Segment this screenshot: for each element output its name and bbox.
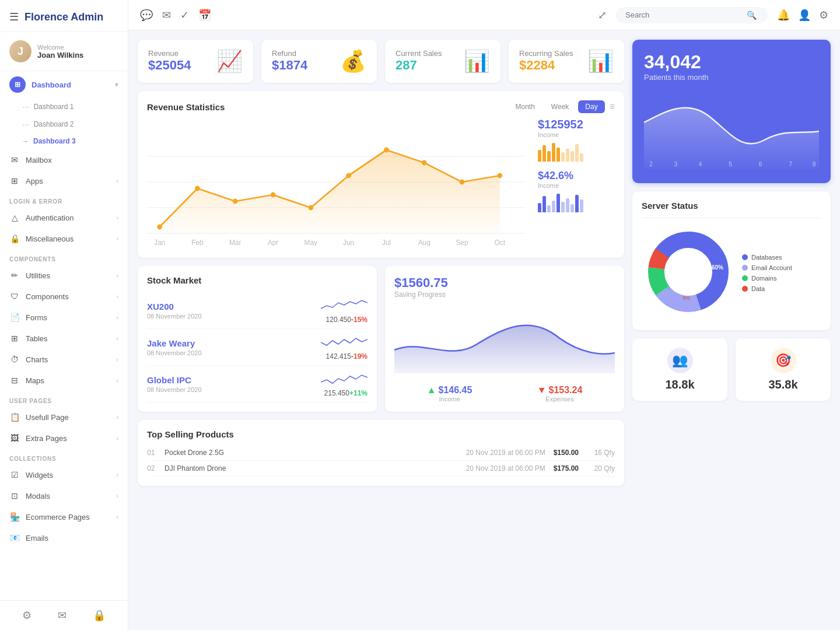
recurring-icon: 📊 <box>587 49 614 74</box>
settings-footer-icon[interactable]: ⚙ <box>22 609 32 622</box>
svg-text:8: 8 <box>813 160 816 167</box>
stock-item-1: Jake Weary 08 November 2020 142.415-19% <box>147 329 368 366</box>
sidebar-item-dashboard2[interactable]: ··· Dashboard 2 <box>0 116 128 133</box>
svg-text:5: 5 <box>729 160 732 167</box>
sidebar-item-dashboard3[interactable]: → Dashboard 3 <box>0 133 128 149</box>
stock-price-2: 215.450+11% <box>324 389 368 397</box>
svg-text:7: 7 <box>789 160 792 167</box>
revenue-menu-icon[interactable]: ≡ <box>610 102 615 112</box>
svg-point-12 <box>460 180 465 185</box>
sidebar-item-forms[interactable]: 📄 Forms › <box>0 307 128 328</box>
svg-text:60%: 60% <box>712 264 723 271</box>
sidebar-item-tables[interactable]: ⊞ Tables › <box>0 328 128 349</box>
legend-dot-domains <box>742 275 748 281</box>
tab-day[interactable]: Day <box>578 100 604 113</box>
svg-text:8%: 8% <box>682 295 690 301</box>
sidebar-item-dashboard1[interactable]: ··· Dashboard 1 <box>0 98 128 116</box>
card-recurring-value: $2284 <box>519 58 573 73</box>
card-sales-label: Current Sales <box>396 49 442 58</box>
svg-text:Apr: Apr <box>268 239 278 246</box>
stock-date-1: 08 November 2020 <box>147 349 202 356</box>
sidebar-item-dashboard[interactable]: ⊞ Dashboard ▾ <box>0 71 128 98</box>
sidebar-item-mailbox[interactable]: ✉ Mailbox <box>0 149 128 170</box>
search-icon: 🔍 <box>747 10 757 20</box>
sidebar-item-ecommerce[interactable]: 🏪 Ecommerce Pages › <box>0 506 128 527</box>
server-title: Server Status <box>642 201 821 211</box>
calendar-icon[interactable]: 📅 <box>198 9 211 22</box>
forms-icon: 📄 <box>9 312 20 323</box>
mini-stat-1: 🎯 35.8k <box>736 338 831 401</box>
svg-point-35 <box>666 250 710 294</box>
legend-dot-databases <box>742 254 748 260</box>
content-right: 34,042 Patients this month 2 3 4 <box>632 40 831 621</box>
gear-icon[interactable]: ⚙ <box>819 9 828 22</box>
cards-row: Revenue $25054 📈 Refund $1874 💰 <box>138 40 624 83</box>
hamburger-icon[interactable]: ☰ <box>9 10 19 23</box>
charts-icon: ⏱ <box>9 354 20 365</box>
search-input[interactable] <box>625 10 742 19</box>
sidebar-item-emails[interactable]: 📧 Emails <box>0 527 128 548</box>
stock-date-0: 08 November 2020 <box>147 313 202 320</box>
notifications-icon[interactable]: 🔔 <box>777 9 790 22</box>
sidebar-item-charts[interactable]: ⏱ Charts › <box>0 349 128 370</box>
top-selling-card: Top Selling Products 01 Pocket Drone 2.5… <box>138 420 624 486</box>
welcome-label: Welcome <box>37 44 83 51</box>
emails-icon: 📧 <box>9 533 20 543</box>
tab-month[interactable]: Month <box>508 100 541 113</box>
stock-name-1: Jake Weary <box>147 338 202 348</box>
dashboard-arrow: ▾ <box>115 81 118 89</box>
user-icon[interactable]: 👤 <box>798 9 811 22</box>
card-recurring-label: Recurring Sales <box>519 49 573 58</box>
sidebar-item-maps[interactable]: ⊟ Maps › <box>0 370 128 391</box>
tables-icon: ⊞ <box>9 333 20 344</box>
revenue-header: Revenue Statistics Month Week Day ≡ <box>147 100 615 113</box>
two-stat-row: 👥 18.8k 🎯 35.8k <box>632 338 831 401</box>
row-num-0: 01 <box>147 449 159 457</box>
row-date-1: 20 Nov 2019 at 06:00 PM <box>466 464 548 473</box>
saving-expense-stat: ▼ $153.24 Expenses <box>537 385 583 402</box>
row-num-1: 02 <box>147 464 159 473</box>
stock-title: Stock Market <box>147 275 368 285</box>
sidebar-item-miscellaneous[interactable]: 🔒 Miscellaneous › <box>0 228 128 249</box>
server-content: 60% 20% 12% 8% Databases E <box>642 225 821 321</box>
saving-chart <box>394 303 615 376</box>
sidebar-item-authentication[interactable]: △ Authentication › <box>0 207 128 228</box>
stock-sparkline-2 <box>321 370 368 388</box>
dashboard-label: Dashboard <box>32 80 71 89</box>
sidebar-item-usefull[interactable]: 📋 Usefull Page › <box>0 407 128 428</box>
sidebar: ☰ Florence Admin J Welcome Joan Wilkins … <box>0 0 128 630</box>
svg-point-13 <box>497 173 502 178</box>
check-icon[interactable]: ✓ <box>180 9 189 22</box>
sidebar-item-extra[interactable]: 🖼 Extra Pages › <box>0 428 128 449</box>
tab-week[interactable]: Week <box>544 100 576 113</box>
user-info: Welcome Joan Wilkins <box>37 44 83 60</box>
sidebar-item-modals[interactable]: ⊡ Modals › <box>0 485 128 506</box>
mail-footer-icon[interactable]: ✉ <box>58 609 66 622</box>
income-stat-1: $125952 Income <box>538 118 615 162</box>
sidebar-item-utilities[interactable]: ✏ Utilities › <box>0 265 128 286</box>
sidebar-item-widgets[interactable]: ☑ Widgets › <box>0 464 128 485</box>
svg-point-10 <box>384 148 389 153</box>
lock-footer-icon[interactable]: 🔒 <box>93 609 106 622</box>
mail-icon[interactable]: ✉ <box>162 9 171 22</box>
sidebar-nav: ⊞ Dashboard ▾ ··· Dashboard 1 ··· Dashbo… <box>0 71 128 600</box>
ecommerce-icon: 🏪 <box>9 512 20 522</box>
stock-sparkline-1 <box>321 334 368 351</box>
svg-point-9 <box>346 173 351 178</box>
saving-card: $1560.75 Saving Progress <box>385 266 624 412</box>
sidebar-item-apps[interactable]: ⊞ Apps › <box>0 170 128 191</box>
legend-databases: Databases <box>742 254 792 261</box>
section-collections: COLLECTIONS <box>0 449 128 464</box>
mini-stat-val-0: 18.8k <box>665 378 694 391</box>
card-revenue-label: Revenue <box>148 49 191 58</box>
income-stat-2: $42.6% Income <box>538 170 615 212</box>
card-refund-value: $1874 <box>272 58 307 73</box>
chat-icon[interactable]: 💬 <box>140 9 153 22</box>
svg-text:2: 2 <box>649 160 653 167</box>
svg-point-6 <box>233 199 238 204</box>
legend-data: Data <box>742 285 792 292</box>
row-qty-0: 16 Qty <box>594 449 615 457</box>
expand-icon[interactable]: ⤢ <box>598 9 607 22</box>
svg-text:Aug: Aug <box>418 239 430 246</box>
sidebar-item-components[interactable]: 🛡 Components › <box>0 286 128 307</box>
